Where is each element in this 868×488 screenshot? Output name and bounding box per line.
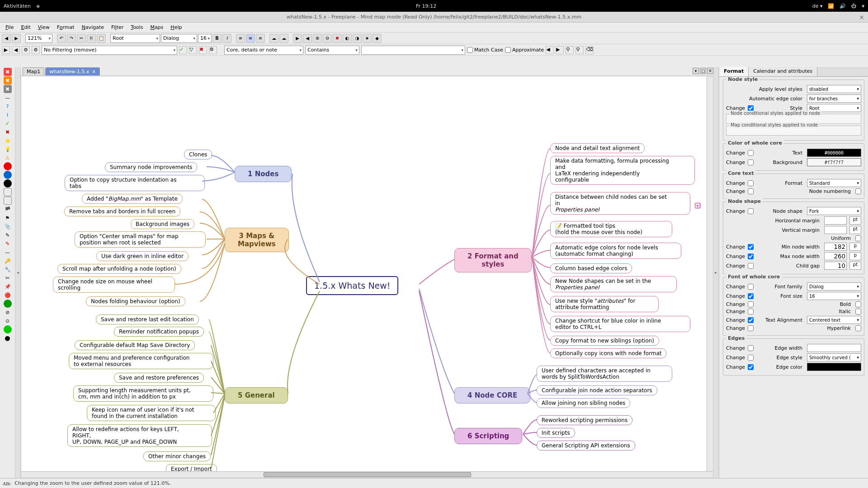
find-next-icon[interactable]: ▶ bbox=[556, 46, 564, 54]
redo-icon[interactable]: ↷ bbox=[67, 34, 76, 43]
palette-icon[interactable]: ⭐ bbox=[4, 136, 12, 145]
palette-icon[interactable] bbox=[4, 300, 12, 308]
tool4-icon[interactable]: ⊖ bbox=[323, 34, 332, 43]
filter-funnel-icon[interactable]: ▽ bbox=[189, 46, 197, 54]
leaf-node[interactable]: Clones bbox=[184, 150, 212, 160]
uniform-checkbox[interactable] bbox=[855, 235, 861, 241]
tool7-icon[interactable]: ◑ bbox=[353, 34, 362, 43]
leaf-node[interactable]: Use new style "attributes" forattribute … bbox=[550, 296, 659, 312]
zoom-combo[interactable]: 121% bbox=[25, 34, 52, 43]
palette-icon[interactable]: ? bbox=[4, 102, 12, 110]
volume-icon[interactable]: 🔊 bbox=[840, 3, 846, 9]
filter-x-icon[interactable]: ✖ bbox=[199, 46, 207, 54]
filter-config-icon[interactable]: ⚙ bbox=[209, 46, 217, 54]
palette-icon[interactable]: ⊘ bbox=[4, 308, 12, 316]
leaf-node[interactable]: Background images bbox=[131, 219, 194, 229]
close-tab-icon[interactable]: × bbox=[92, 69, 95, 74]
nav-fwd-icon[interactable]: ▶ bbox=[12, 34, 21, 43]
talign-combo[interactable]: Centered text bbox=[807, 316, 861, 324]
filter-mode-combo[interactable]: No Filtering (remove) bbox=[42, 46, 177, 55]
palette-icon[interactable]: ✎ bbox=[4, 239, 12, 248]
maxw-input[interactable] bbox=[824, 252, 847, 260]
align-center-icon[interactable]: ≡ bbox=[246, 34, 255, 43]
expand-icon[interactable]: + bbox=[695, 203, 700, 208]
minw-input[interactable] bbox=[824, 243, 847, 251]
tool5-icon[interactable]: ✖ bbox=[333, 34, 342, 43]
leaf-node[interactable]: 📝 Formatted tool tips (hold the mouse ov… bbox=[550, 221, 672, 237]
palette-icon[interactable]: 📎 bbox=[4, 222, 12, 230]
bold-checkbox[interactable] bbox=[855, 301, 861, 307]
palette-icon[interactable]: i bbox=[4, 111, 12, 119]
palette-icon[interactable]: ✂ bbox=[4, 274, 12, 282]
leaf-node[interactable]: New Node shapes can be set in thePropert… bbox=[550, 276, 677, 292]
collapse-left-icon[interactable]: ◂ bbox=[15, 67, 21, 478]
tab-map1[interactable]: Map1 bbox=[23, 67, 44, 75]
palette-icon[interactable]: — bbox=[4, 248, 12, 256]
change-estyle-checkbox[interactable] bbox=[748, 355, 754, 361]
leaf-node[interactable]: Option "Center small maps" for map posit… bbox=[75, 231, 206, 248]
leaf-node[interactable]: Added "BigMap.mm" as Template bbox=[82, 194, 183, 204]
palette-icon[interactable]: ⬤ bbox=[4, 334, 12, 342]
palette-icon[interactable] bbox=[4, 162, 12, 170]
leaf-node[interactable]: Reworked scripting permissions bbox=[537, 415, 632, 425]
leaf-node[interactable]: Reminder notification popups bbox=[114, 327, 204, 337]
numbering-checkbox[interactable] bbox=[855, 188, 861, 194]
estyle-combo[interactable]: Smoothly curved ( bbox=[807, 353, 861, 361]
palette-icon[interactable]: ⊙ bbox=[4, 317, 12, 325]
tabstrip-max-icon[interactable]: □ bbox=[700, 68, 706, 74]
canvas-hscrollbar[interactable] bbox=[21, 471, 713, 478]
palette-icon[interactable]: ✓ bbox=[4, 119, 12, 127]
italic-icon[interactable]: I bbox=[222, 34, 231, 43]
leaf-node[interactable]: Scroll map after unfolding a node (optio… bbox=[57, 264, 181, 274]
format-combo[interactable]: Standard bbox=[807, 179, 861, 187]
palette-icon[interactable]: 📌 bbox=[4, 282, 12, 291]
leaf-node[interactable]: Keep icon name of user icon if it's not … bbox=[87, 405, 216, 421]
copy-icon[interactable]: ⎘ bbox=[87, 34, 96, 43]
branch-maps[interactable]: 3 Maps & Mapviews bbox=[225, 228, 289, 252]
cut-icon[interactable]: ✂ bbox=[77, 34, 86, 43]
filter-btn3-icon[interactable]: ⚙ bbox=[22, 46, 30, 54]
filter-btn2-icon[interactable]: ◀ bbox=[12, 46, 20, 54]
tool8-icon[interactable]: ★ bbox=[363, 34, 372, 43]
change-bg-checkbox[interactable] bbox=[748, 160, 754, 165]
unit-combo[interactable]: pt bbox=[849, 262, 861, 270]
leaf-node[interactable]: Use dark green in inline editor bbox=[96, 251, 189, 261]
leaf-node[interactable]: Save and restore last edit location bbox=[96, 314, 199, 324]
hmargin-input[interactable] bbox=[824, 216, 847, 225]
menu-view[interactable]: View bbox=[35, 23, 52, 31]
menu-chevron-icon[interactable]: ▾ bbox=[862, 3, 864, 9]
leaf-node[interactable]: Change node size on mouse wheel scrollin… bbox=[53, 277, 175, 293]
network-icon[interactable]: 📶 bbox=[828, 3, 834, 9]
leaf-node[interactable]: Node and detail text alignment bbox=[550, 143, 645, 153]
change-style-checkbox[interactable] bbox=[748, 105, 754, 111]
node-style-combo[interactable]: Root bbox=[110, 34, 160, 43]
menu-help[interactable]: Help bbox=[168, 23, 184, 31]
ewidth-input[interactable] bbox=[807, 344, 861, 352]
tool9-icon[interactable]: ◆ bbox=[373, 34, 382, 43]
tab-format[interactable]: Format bbox=[719, 67, 749, 76]
menu-format[interactable]: Format bbox=[54, 23, 77, 31]
text-color-swatch[interactable]: #000000 bbox=[807, 149, 861, 157]
palette-icon[interactable] bbox=[4, 179, 12, 188]
tool6-icon[interactable]: ◐ bbox=[343, 34, 352, 43]
map-cond-styles-box[interactable]: Map conditional styles applied to node bbox=[726, 126, 861, 136]
palette-icon[interactable]: — bbox=[4, 94, 12, 102]
paste-icon[interactable]: 📋 bbox=[97, 34, 106, 43]
lang-indicator[interactable]: de ▾ bbox=[812, 3, 823, 9]
leaf-node[interactable]: Other minor changes bbox=[143, 451, 211, 461]
leaf-node[interactable]: Option to copy structure indentation as … bbox=[65, 175, 205, 191]
palette-icon[interactable]: ✖ bbox=[4, 128, 12, 136]
change-cgap-checkbox[interactable] bbox=[748, 263, 754, 269]
change-ffam-checkbox[interactable] bbox=[748, 284, 754, 290]
align-right-icon[interactable]: ≡ bbox=[256, 34, 265, 43]
ffam-combo[interactable]: Dialog bbox=[807, 282, 861, 291]
nav-back-icon[interactable]: ◀ bbox=[2, 34, 11, 43]
tool1-icon[interactable]: ▶ bbox=[293, 34, 302, 43]
change-bold-checkbox[interactable] bbox=[748, 301, 754, 307]
unit-combo[interactable]: pt bbox=[849, 216, 861, 225]
apply-level-combo[interactable]: disabled bbox=[807, 85, 861, 93]
palette-icon[interactable] bbox=[4, 325, 12, 333]
leaf-node[interactable]: Make data formatting, formula processing… bbox=[550, 156, 695, 185]
auto-edge-combo[interactable]: for branches bbox=[807, 94, 861, 103]
branch-nodes[interactable]: 1 Nodes bbox=[235, 166, 292, 182]
